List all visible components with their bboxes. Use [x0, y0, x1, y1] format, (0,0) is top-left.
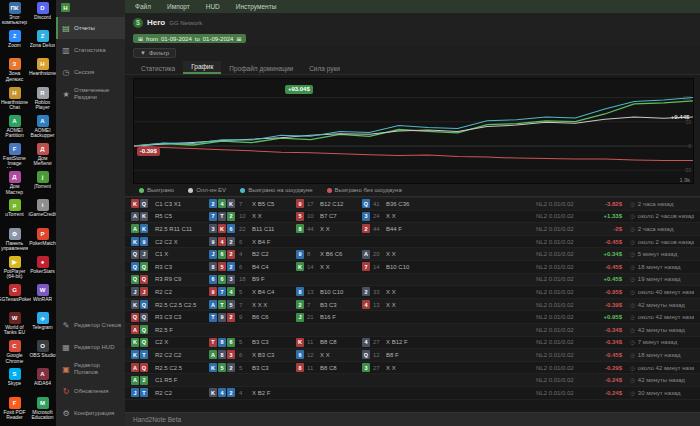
desktop-icon-igamecredit[interactable]: iiGameCredit — [29, 199, 56, 227]
desktop-icon-ggtexaspoker[interactable]: GGGTexasPoker — [1, 284, 28, 312]
desktop-icon-label: Foxit PDF Reader — [1, 410, 28, 421]
desktop-icon-aida64[interactable]: AAIDA64 — [29, 368, 56, 396]
desktop-icon-world-of-tanks[interactable]: WWorld of Tanks EU — [1, 312, 28, 340]
turn-actions: X X — [320, 264, 362, 270]
date-range-chip[interactable]: ⊞ from 01-09-2024 to 01-09-2024 ⊞ — [133, 34, 246, 43]
sidebar-item-label: Обновления — [74, 388, 109, 395]
tab-domination-profile[interactable]: Профайл доминации — [221, 63, 301, 74]
desktop-icon-discord[interactable]: DDiscord — [29, 2, 56, 30]
legend-item[interactable]: Выиграно на шоудауне — [240, 187, 312, 193]
sidebar-item-marked-hands[interactable]: ★Отмеченные Раздачи — [56, 83, 125, 105]
desktop-icon-winrar[interactable]: WWinRAR — [29, 284, 56, 312]
desktop-icon-control-panel[interactable]: ⚙Панель управления — [1, 228, 28, 256]
table-row[interactable]: KQC2 XT865B3 C3K11B8 C8427X B12 FNL2 0.0… — [125, 337, 700, 350]
river-pot: 41 — [373, 201, 386, 207]
card-8s: 8 — [209, 262, 217, 271]
legend-item[interactable]: Выиграно — [139, 187, 174, 193]
desktop-icon-aomei-backupper[interactable]: AAOMEI Backupper — [29, 115, 56, 143]
table-row[interactable]: A2C1 R5 FNL2 0.01/0.02-0.24$◷42 минуты н… — [125, 374, 700, 387]
obs-studio-icon: O — [37, 340, 49, 352]
winnings-chart[interactable]: 100500-50+93.04$+9.44$-0.39$1.9k — [133, 78, 694, 184]
desktop-icon-zoom[interactable]: ZZoom — [1, 30, 28, 58]
desktop-icon-zona-delux[interactable]: ZZona Delux — [29, 30, 56, 58]
sidebar-item-session[interactable]: ◷Сессия — [56, 61, 125, 83]
desktop-icon-roblox-player[interactable]: RRoblox Player — [29, 87, 56, 115]
table-row[interactable]: AKR5 C57T210X X510B7 C7324X XNL2 0.01/0.… — [125, 211, 700, 224]
menu-item-файл[interactable]: Файл — [135, 3, 151, 10]
sidebar-item-popup-editor[interactable]: ▣Редактор Попапов — [56, 358, 125, 380]
sidebar-item-hud-editor[interactable]: ▦Редактор HUD — [56, 336, 125, 358]
menu-item-hud[interactable]: HUD — [206, 3, 220, 10]
desktop-icon-this-pc[interactable]: ПКЭтот компьютер — [1, 2, 28, 30]
cards-cell: JJ — [131, 287, 155, 296]
table-row[interactable]: QQR3 C3 C3T929B6 C6J21B16 FNL2 0.01/0.02… — [125, 311, 700, 324]
desktop-icon-skype[interactable]: SSkype — [1, 368, 28, 396]
date-from-label: from — [146, 36, 158, 42]
desktop-icon-hearthstone-chat[interactable]: HHearthstone Chat — [1, 87, 28, 115]
sidebar-item-configuration[interactable]: ⚙Конфигурация — [56, 402, 125, 424]
table-row[interactable]: QQR3 R9 C966318B9 FNL2 0.01/0.02+0.45$◷1… — [125, 274, 700, 287]
legend-label: Выиграно — [147, 187, 174, 193]
sidebar-item-statistics[interactable]: ▥Статистика — [56, 39, 125, 61]
turn-pot: 14 — [307, 264, 320, 270]
sidebar-item-stack-editor[interactable]: ✎Редактор Стеков — [56, 314, 125, 336]
limit-cell: NL2 0.01/0.02 — [536, 213, 588, 219]
card-Ah: A — [131, 363, 139, 372]
won-cell: -0.24$ — [588, 377, 622, 383]
table-row[interactable]: JJR2 C29745X B4 C4813B10 C10233X XNL2 0.… — [125, 286, 700, 299]
desktop-icon-dom-mebeli[interactable]: ДДом Мебели — [29, 143, 56, 171]
popup-editor-icon: ▣ — [61, 365, 71, 374]
filter-button[interactable]: ▼ Фильтр — [133, 48, 176, 58]
won-cell: -0.45$ — [588, 264, 622, 270]
table-row[interactable]: KTR2 C2 C2A836X B3 C3612X XQ12B8 FNL2 0.… — [125, 349, 700, 362]
desktop-icon-pokerstars[interactable]: ♠PokerStars — [29, 256, 56, 284]
tab-graph[interactable]: График — [183, 61, 221, 74]
table-row[interactable]: AQR2.5 FNL2 0.01/0.02-0.34$◷42 минуты на… — [125, 324, 700, 337]
desktop-icon-zona-deluxe[interactable]: ЗЗона Делюкс — [1, 58, 28, 86]
legend-item[interactable]: Выиграно без шоудауна — [327, 187, 402, 193]
table-row[interactable]: AQR2.5 C2.5K525B3 C3811B8 C8327X XNL2 0.… — [125, 362, 700, 375]
table-row[interactable]: K9C2 C2 X9426X B4 FNL2 0.01/0.02-0.45$◷о… — [125, 236, 700, 249]
desktop-icon-dom-master[interactable]: ДДом Мастер — [1, 171, 28, 199]
cards-cell: KT — [131, 350, 155, 359]
configuration-icon: ⚙ — [61, 409, 71, 418]
table-row[interactable]: QJC1 XJ624B2 C298X B6 C6A20X XNL2 0.01/0… — [125, 248, 700, 261]
desktop-icon-telegram[interactable]: ✈Telegram — [29, 312, 56, 340]
limit-cell: NL2 0.01/0.02 — [536, 365, 588, 371]
table-row[interactable]: KQR2.5 C2.5 C2.5AT57X X X27B3 C3413X XNL… — [125, 299, 700, 312]
desktop-icon-label: PotPlayer (64-bit) — [1, 269, 28, 280]
card-Qs: Q — [362, 350, 370, 359]
table-row[interactable]: AKR2.5 R11 C113K622B11 C11844X X244B44 F… — [125, 223, 700, 236]
desktop-icon-aomei-partition[interactable]: AAOMEI Partition — [1, 115, 28, 143]
desktop-icon-obs-studio[interactable]: OOBS Studio — [29, 340, 56, 368]
date-row: ⊞ from 01-09-2024 to 01-09-2024 ⊞ — [125, 31, 700, 46]
desktop-icon-utorrent[interactable]: µuTorrent — [1, 199, 28, 227]
card-9h: 9 — [209, 287, 217, 296]
table-row[interactable]: KQC1 C3 X124K7X B5 C5917B12 C12Q41B36 C3… — [125, 198, 700, 211]
desktop-icon-foxit-pdf[interactable]: FFoxit PDF Reader — [1, 397, 28, 425]
table-row[interactable]: QQR3 C38526B4 C4K14X X714B10 C10NL2 0.01… — [125, 261, 700, 274]
legend-item[interactable]: Олл-ин EV — [188, 187, 226, 193]
desktop-icon-pokermatch[interactable]: PPokerMatch — [29, 228, 56, 256]
tab-hand-strength[interactable]: Сила руки — [301, 63, 348, 74]
date-cell: ◷19 минут назад — [622, 276, 694, 282]
desktop-icon-label: AIDA64 — [34, 381, 51, 386]
table-row[interactable]: JTR2 C2K424X B2 FNL2 0.01/0.02-0.24$◷30 … — [125, 387, 700, 400]
river-actions: X B12 F — [386, 339, 432, 345]
date-cell: ◷30 минут назад — [622, 390, 694, 396]
jtorrent-icon: j — [37, 171, 49, 183]
desktop-icon-ms-education[interactable]: MMicrosoft Education — [29, 397, 56, 425]
tab-statistics[interactable]: Статистика — [133, 63, 183, 74]
desktop-icon-jtorrent[interactable]: jjTorrent — [29, 171, 56, 199]
desktop-icon-google-chrome[interactable]: CGoogle Chrome — [1, 340, 28, 368]
menu-item-импорт[interactable]: Импорт — [167, 3, 190, 10]
desktop-icon-faststone[interactable]: FFastStone Image Viewer — [1, 143, 28, 171]
sidebar-item-updates[interactable]: ↻Обновления — [56, 380, 125, 402]
sidebar-item-reports[interactable]: ▤Отчеты — [56, 17, 125, 39]
card-7d: 7 — [218, 287, 226, 296]
cards-cell: KQ — [131, 300, 155, 309]
desktop-icon-potplayer[interactable]: ▶PotPlayer (64-bit) — [1, 256, 28, 284]
menu-item-инструменты[interactable]: Инструменты — [236, 3, 277, 10]
desktop-icon-hearthstone[interactable]: HHearthstone — [29, 58, 56, 86]
sidebar-nav-bottom: ✎Редактор Стеков▦Редактор HUD▣Редактор П… — [56, 314, 125, 424]
